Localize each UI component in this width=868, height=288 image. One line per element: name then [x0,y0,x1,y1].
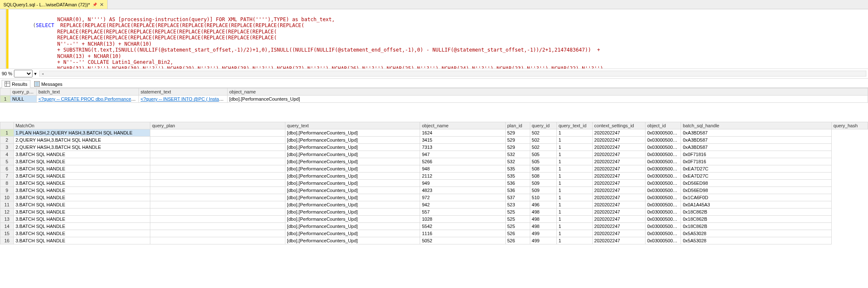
cell-query-text-id[interactable]: 505 [530,151,556,158]
cell-object-name[interactable]: [dbo].[PerformanceCounters_Upd] [285,201,420,208]
col-plan-id[interactable]: plan_id [505,122,530,129]
tab-messages[interactable]: Messages [31,80,65,88]
cell-query-text-id[interactable]: 498 [530,216,556,223]
cell-object-id[interactable]: 2020202247 [592,194,645,201]
cell-query-plan[interactable] [150,237,285,244]
table-row[interactable]: 11.PLAN HASH,2.QUERY HASH,3.BATCH SQL HA… [0,129,868,137]
cell-plan-id[interactable]: 942 [420,201,505,208]
table-row[interactable]: 63.BATCH SQL HANDLE[dbo].[PerformanceCou… [0,165,868,173]
cell-context-settings-id[interactable]: 1 [557,223,593,230]
col-object-name[interactable]: object_name [420,122,505,129]
rownum-header[interactable] [0,88,11,96]
cell-object-id[interactable]: 2020202247 [592,151,645,158]
cell-object-name[interactable]: [dbo].[PerformanceCounters_Upd] [285,216,420,223]
cell-query-hash[interactable]: 0xA3BD587 [681,144,832,151]
cell-object-name[interactable]: [dbo].[PerformanceCounters_Upd] [285,180,420,187]
cell-context-settings-id[interactable]: 1 [557,137,593,144]
cell-matchon[interactable]: 2.QUERY HASH,3.BATCH SQL HANDLE [14,137,150,144]
cell-matchon[interactable]: 3.BATCH SQL HANDLE [14,237,150,244]
row-number[interactable]: 11 [0,201,14,208]
scroll-left-icon[interactable]: ◂ [40,71,46,76]
col-object-id[interactable]: object_id [645,122,681,129]
table-row[interactable]: 153.BATCH SQL HANDLE[dbo].[PerformanceCo… [0,230,868,237]
cell-query-text-id[interactable]: 502 [530,129,556,137]
row-number[interactable]: 7 [0,173,14,180]
cell-matchon[interactable]: 3.BATCH SQL HANDLE [14,151,150,158]
cell-query-plan[interactable] [150,129,285,137]
cell-object-name[interactable]: [dbo].[PerformanceCounters_Upd] [285,144,420,151]
col-object-name[interactable]: object_name [228,88,868,96]
cell-object-id[interactable]: 2020202247 [592,180,645,187]
cell-object-name[interactable]: [dbo].[PerformanceCounters_Upd] [285,194,420,201]
row-number[interactable]: 14 [0,223,14,230]
cell-query-text-id[interactable]: 498 [530,223,556,230]
cell-object-id[interactable]: 2020202247 [592,173,645,180]
table-row[interactable]: 93.BATCH SQL HANDLE[dbo].[PerformanceCou… [0,187,868,194]
cell-query-id[interactable]: 537 [505,194,530,201]
cell-batch-sql-handle[interactable]: 0x0300050007D76978A4B4100185AF0000010000… [645,194,681,201]
cell-statement-text[interactable]: <?query -- INSERT INTO @PC ( Instancel..… [139,96,228,103]
grid-splitter[interactable] [0,112,868,122]
col-batch-sql-handle[interactable]: batch_sql_handle [681,122,832,129]
cell-query-text-id[interactable]: 496 [530,201,556,208]
cell-plan-id[interactable]: 5052 [420,237,505,244]
cell-matchon[interactable]: 1.PLAN HASH,2.QUERY HASH,3.BATCH SQL HAN… [14,129,150,137]
col-context-settings-id[interactable]: context_settings_id [592,122,645,129]
table-row[interactable]: 163.BATCH SQL HANDLE[dbo].[PerformanceCo… [0,237,868,244]
cell-plan-id[interactable]: 5266 [420,158,505,165]
cell-query-id[interactable]: 525 [505,223,530,230]
cell-batch-sql-handle[interactable]: 0x0300050007D76978A4B4100185AF0000010000… [645,151,681,158]
cell-query-plan[interactable] [150,187,285,194]
cell-query-id[interactable]: 526 [505,230,530,237]
row-number[interactable]: 13 [0,216,14,223]
cell-object-id[interactable]: 2020202247 [592,129,645,137]
xml-link[interactable]: <?query -- INSERT INTO @PC ( Instancel..… [141,96,228,101]
cell-query-text-id[interactable]: 510 [530,194,556,201]
cell-query-text-id[interactable]: 508 [530,173,556,180]
cell-query-plan[interactable] [150,223,285,230]
cell-object-name[interactable]: [dbo].[PerformanceCounters_Upd] [285,237,420,244]
row-number[interactable]: 4 [0,151,14,158]
row-number[interactable]: 6 [0,165,14,173]
cell-query-id[interactable]: 525 [505,216,530,223]
cell-query-id[interactable]: 523 [505,201,530,208]
cell-batch-sql-handle[interactable]: 0x0300050007D76978A4B4100185AF0000010000… [645,201,681,208]
cell-matchon[interactable]: 3.BATCH SQL HANDLE [14,208,150,216]
cell-query-hash[interactable]: 0xEA7D27C [681,173,832,180]
cell-object-name[interactable]: [dbo].[PerformanceCounters_Upd] [228,96,868,103]
cell-matchon[interactable]: 3.BATCH SQL HANDLE [14,158,150,165]
col-matchon[interactable]: MatchOn [14,122,150,129]
cell-query-hash[interactable]: 0xD56ED98 [681,180,832,187]
row-number[interactable]: 9 [0,187,14,194]
cell-query-hash[interactable]: 0x1CA6F0D [681,194,832,201]
cell-plan-id[interactable]: 1116 [420,230,505,237]
cell-query-plan[interactable] [150,137,285,144]
row-number[interactable]: 8 [0,180,14,187]
cell-plan-id[interactable]: 948 [420,165,505,173]
cell-query-text-id[interactable]: 509 [530,180,556,187]
zoom-dropdown-icon[interactable]: ▾ [34,71,37,77]
table-row[interactable]: 22.QUERY HASH,3.BATCH SQL HANDLE[dbo].[P… [0,137,868,144]
cell-object-id[interactable]: 2020202247 [592,137,645,144]
pin-icon[interactable]: 📌 [92,3,97,7]
row-number[interactable]: 2 [0,137,14,144]
cell-query-id[interactable]: 532 [505,151,530,158]
cell-query-id[interactable]: 535 [505,173,530,180]
cell-object-name[interactable]: [dbo].[PerformanceCounters_Upd] [285,165,420,173]
cell-matchon[interactable]: 3.BATCH SQL HANDLE [14,187,150,194]
cell-object-name[interactable]: [dbo].[PerformanceCounters_Upd] [285,129,420,137]
cell-matchon[interactable]: 3.BATCH SQL HANDLE [14,223,150,230]
cell-object-id[interactable]: 2020202247 [592,158,645,165]
table-row[interactable]: 43.BATCH SQL HANDLE[dbo].[PerformanceCou… [0,151,868,158]
col-query-text-id[interactable]: query_text_id [557,122,593,129]
cell-batch-text[interactable]: <?query -- CREATE PROC dbo.PerformanceCo… [37,96,139,103]
cell-query-id[interactable]: 535 [505,165,530,173]
cell-query-plan[interactable] [150,201,285,208]
cell-object-id[interactable]: 2020202247 [592,216,645,223]
col-statement-text[interactable]: statement_text [139,88,228,96]
cell-object-name[interactable]: [dbo].[PerformanceCounters_Upd] [285,158,420,165]
cell-query-hash[interactable]: 0x18C862B [681,223,832,230]
cell-context-settings-id[interactable]: 1 [557,216,593,223]
cell-query-hash[interactable]: 0x0F71816 [681,151,832,158]
cell-query-hash[interactable]: 0x5A53028 [681,230,832,237]
